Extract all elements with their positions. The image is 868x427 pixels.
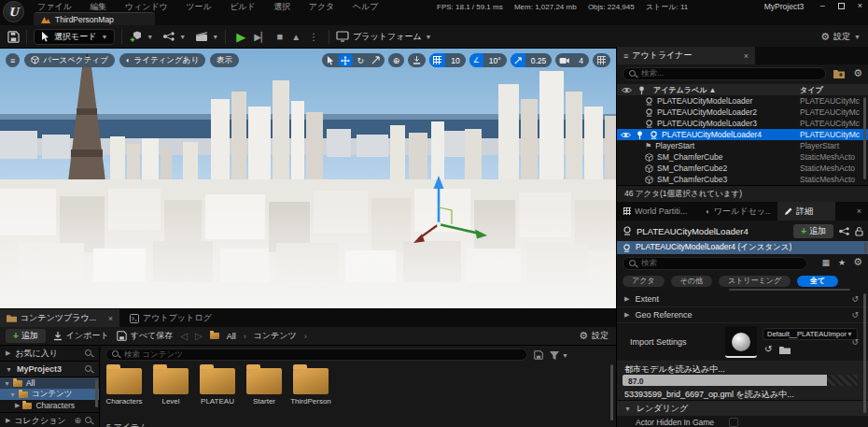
menu-file[interactable]: ファイル xyxy=(37,1,72,12)
outliner-column-header[interactable]: アイテムラベル ▲ タイプ xyxy=(617,84,868,95)
pin-icon[interactable] xyxy=(637,131,643,139)
folder-tile[interactable]: Starter xyxy=(242,363,287,406)
filter-actor[interactable]: アクタ xyxy=(623,276,665,287)
viewport-menu-button[interactable]: ≡ xyxy=(6,53,20,67)
close-icon[interactable]: × xyxy=(857,206,861,216)
cb-settings-dropdown[interactable]: ⚙ 設定 xyxy=(579,330,609,342)
cb-scrollbar[interactable] xyxy=(610,364,613,420)
minimize-button[interactable]: – xyxy=(820,1,825,10)
close-icon[interactable]: × xyxy=(108,314,113,323)
outliner-settings-gear-icon[interactable]: ⚙ xyxy=(853,67,862,79)
rotate-tool[interactable]: ↻ xyxy=(354,54,368,66)
expand-arrow-icon[interactable]: ▶ xyxy=(624,295,629,303)
import-settings-dropdown[interactable]: Default__PLATEAUImport ▼ xyxy=(763,328,858,340)
filter-funnel-icon[interactable] xyxy=(550,351,559,360)
visibility-eye-icon[interactable] xyxy=(621,132,631,138)
project-section[interactable]: ▼ MyProject3 xyxy=(0,362,99,377)
maximize-viewport-button[interactable] xyxy=(593,53,610,67)
scale-snap-control[interactable]: 0.25 xyxy=(511,53,553,67)
scale-tool[interactable] xyxy=(369,54,383,66)
menu-edit[interactable]: 編集 xyxy=(90,1,106,12)
instance-row[interactable]: PLATEAUCityModelLoader4 (インスタンス) xyxy=(617,241,868,254)
menu-actor[interactable]: アクタ xyxy=(309,1,335,12)
close-button[interactable]: × xyxy=(858,1,862,10)
save-icon[interactable] xyxy=(7,31,20,43)
back-icon[interactable]: ◁ xyxy=(180,331,188,341)
tab-thirdpersonmap[interactable]: ThirdPersonMap xyxy=(34,12,155,25)
perspective-dropdown[interactable]: パースペクティブ xyxy=(24,53,114,67)
favorites-star-icon[interactable]: ★ xyxy=(838,258,846,267)
tab-world-partition[interactable]: World Partiti... xyxy=(617,202,699,221)
tab-outliner[interactable]: ≡ アウトライナー × xyxy=(617,47,755,64)
tab-world-settings[interactable]: ◐ ワールドセッ... xyxy=(699,202,777,221)
rotation-snap-control[interactable]: ∠ 10° xyxy=(469,53,507,67)
menu-window[interactable]: ウィンドウ xyxy=(125,1,168,12)
details-settings-gear-icon[interactable]: ⚙ xyxy=(853,256,862,268)
menu-build[interactable]: ビルド xyxy=(230,1,256,12)
use-selected-asset-icon[interactable]: ↺ xyxy=(764,344,772,354)
tab-content-browser[interactable]: コンテンツブラウ... × xyxy=(0,309,119,327)
settings-dropdown[interactable]: ⚙ 設定 ▼ xyxy=(820,25,861,49)
select-mode-dropdown[interactable]: 選択モード ▼ xyxy=(34,29,115,45)
add-content-button[interactable]: + 追加 xyxy=(6,329,46,343)
stop-button[interactable]: ■ xyxy=(277,31,284,42)
forward-icon[interactable]: ▷ xyxy=(195,331,203,341)
reset-icon[interactable]: ↺ xyxy=(851,294,859,304)
save-search-icon[interactable] xyxy=(534,350,543,360)
outliner-row[interactable]: SM_ChamferCube3 StaticMeshActo xyxy=(617,174,868,185)
outliner-row[interactable]: SM_ChamferCube2 StaticMeshActo xyxy=(617,163,868,174)
outliner-search-input[interactable]: 検索... xyxy=(623,67,826,80)
favorites-section[interactable]: ▶ お気に入り xyxy=(0,346,99,362)
folder-tile[interactable]: Level xyxy=(148,363,193,406)
tree-scrollbar[interactable] xyxy=(95,379,98,407)
search-icon[interactable] xyxy=(85,365,93,374)
reset-icon[interactable]: ↺ xyxy=(851,337,859,347)
folder-tile[interactable]: ThirdPerson xyxy=(288,363,333,406)
breadcrumb-content[interactable]: コンテンツ xyxy=(254,330,297,342)
platforms-dropdown[interactable]: プラットフォーム ▼ xyxy=(336,31,431,43)
reset-icon[interactable]: ↺ xyxy=(851,310,859,320)
tree-item-characters[interactable]: ▶ Characters xyxy=(0,400,99,411)
unreal-logo-icon[interactable]: U xyxy=(3,1,24,22)
section-rendering[interactable]: ▼ レンダリング xyxy=(617,401,868,416)
menu-help[interactable]: ヘルプ xyxy=(353,1,379,12)
instance-scrollbar[interactable] xyxy=(864,242,867,253)
browse-to-asset-icon[interactable] xyxy=(779,346,791,354)
tab-output-log[interactable]: アウトプットログ xyxy=(123,309,233,327)
filter-streaming[interactable]: ストリーミング xyxy=(719,276,791,287)
menu-select[interactable]: 選択 xyxy=(273,1,290,12)
skip-button[interactable]: ▶▏ xyxy=(254,32,268,42)
close-icon[interactable]: × xyxy=(744,51,749,61)
expand-arrow-icon[interactable]: ▶ xyxy=(624,311,629,319)
show-dropdown[interactable]: 表示 xyxy=(210,53,239,67)
blueprint-hierarchy-icon[interactable] xyxy=(838,226,850,236)
tree-item-all[interactable]: ▼ All xyxy=(0,377,99,389)
lock-icon[interactable] xyxy=(855,226,863,236)
outliner-row[interactable]: PLATEAUCityModelLoader3 PLATEAUCityMc xyxy=(617,118,868,129)
outliner-row-selected[interactable]: PLATEAUCityModelLoader4 PLATEAUCityMc xyxy=(617,129,868,140)
horizontal-scrollbar[interactable] xyxy=(729,289,850,291)
filter-all[interactable]: 全て xyxy=(797,276,838,287)
details-search-input[interactable]: 検索 xyxy=(623,257,807,270)
maximize-button[interactable] xyxy=(838,3,845,9)
eject-button[interactable]: ▲ xyxy=(291,32,301,42)
blueprints-dropdown[interactable]: ▼ xyxy=(162,31,186,42)
surface-snapping-button[interactable] xyxy=(408,53,426,67)
camera-speed-control[interactable]: 4 xyxy=(555,53,589,67)
add-component-button[interactable]: + 追加 xyxy=(793,224,833,238)
save-all-button[interactable]: すべて保存 xyxy=(117,330,174,342)
grid-snap-control[interactable]: 10 xyxy=(429,53,465,67)
play-options-icon[interactable]: ⋮ xyxy=(309,32,318,42)
display-options-icon[interactable]: ▦ xyxy=(821,258,830,267)
cinematics-dropdown[interactable]: ▼ xyxy=(195,31,218,42)
hidden-in-game-checkbox[interactable] xyxy=(729,418,738,427)
world-coordinate-toggle[interactable]: ⊕ xyxy=(388,53,405,67)
folder-tile[interactable]: PLATEAU xyxy=(195,363,240,406)
outliner-scrollbar[interactable] xyxy=(863,97,866,179)
tab-details[interactable]: 詳細 xyxy=(777,202,835,221)
outliner-row[interactable]: SM_ChamferCube StaticMeshActo xyxy=(617,151,868,163)
play-button[interactable]: ▶ xyxy=(236,30,245,44)
view-mode-dropdown[interactable]: ◐ ライティングあり xyxy=(119,53,205,67)
select-tool[interactable] xyxy=(324,54,338,66)
outliner-row[interactable]: PLATEAUCityModelLoader PLATEAUCityMc xyxy=(617,95,868,107)
